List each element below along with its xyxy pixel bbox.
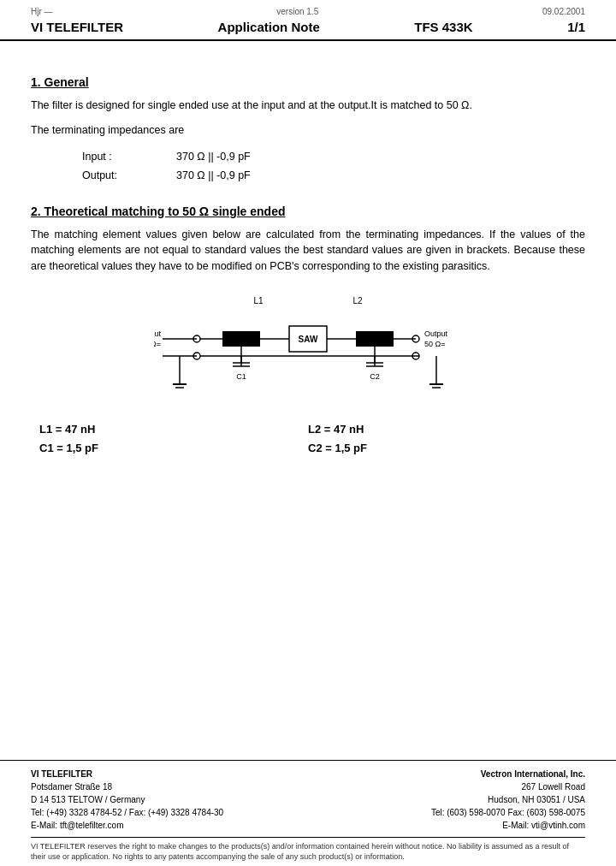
- meta-center: version 1.5: [276, 7, 318, 16]
- section-1-para1: The filter is designed for single ended …: [31, 98, 585, 114]
- section-2-para1: The matching element values given below …: [31, 227, 585, 275]
- meta-right: 09.02.2001: [542, 7, 585, 16]
- svg-text:C1: C1: [236, 372, 246, 381]
- footer-left-company: VI TELEFILTER: [31, 768, 223, 780]
- footer-right-tel: Tel: (603) 598-0070 Fax: (603) 598-0075: [431, 806, 585, 819]
- impedance-input-row: Input : 370 Ω || -0,9 pF: [82, 147, 585, 167]
- input-label: Input :: [82, 147, 142, 167]
- footer-right: Vectron International, Inc. 267 Lowell R…: [431, 768, 585, 832]
- svg-text:Input: Input: [154, 329, 161, 338]
- values-col-left: L1 = 47 nH C1 = 1,5 pF: [39, 420, 308, 458]
- section-2-heading: 2. Theoretical matching to 50 Ω single e…: [31, 205, 585, 218]
- footer-main: VI TELEFILTER Potsdamer Straße 18 D 14 5…: [31, 768, 585, 832]
- section-2: 2. Theoretical matching to 50 Ω single e…: [31, 205, 585, 458]
- footer: VI TELEFILTER Potsdamer Straße 18 D 14 5…: [0, 760, 616, 866]
- header-main: VI TELEFILTER Application Note TFS 433K …: [0, 18, 616, 41]
- footer-left-email: E-Mail: tft@telefilter.com: [31, 819, 223, 832]
- svg-text:Output: Output: [424, 329, 448, 338]
- impedance-table: Input : 370 Ω || -0,9 pF Output: 370 Ω |…: [82, 147, 585, 186]
- label-l1: L1: [253, 296, 264, 305]
- header-meta: Hjr — version 1.5 09.02.2001: [0, 0, 616, 18]
- footer-left-address1: Potsdamer Straße 18: [31, 780, 223, 793]
- footer-disclaimer: VI TELEFILTER reserves the right to make…: [31, 837, 585, 863]
- input-value: 370 Ω || -0,9 pF: [176, 147, 313, 167]
- meta-left: Hjr —: [31, 7, 53, 16]
- document-title: Application Note: [218, 20, 320, 34]
- values-col-right: L2 = 47 nH C2 = 1,5 pF: [308, 420, 577, 458]
- svg-text:50 Ω=: 50 Ω=: [154, 340, 161, 348]
- output-value: 370 Ω || -0,9 pF: [176, 166, 313, 186]
- C1-value-line: C1 = 1,5 pF: [39, 439, 308, 458]
- product-name: TFS 433K: [414, 20, 472, 34]
- footer-left-tel: Tel: (+49) 3328 4784-52 / Fax: (+49) 332…: [31, 806, 223, 819]
- L1-value-line: L1 = 47 nH: [39, 420, 308, 439]
- svg-text:50 Ω=: 50 Ω=: [424, 340, 446, 348]
- label-l2: L2: [352, 296, 363, 305]
- C2-value-line: C2 = 1,5 pF: [308, 439, 577, 458]
- output-label: Output:: [82, 166, 142, 186]
- footer-right-company: Vectron International, Inc.: [431, 768, 585, 780]
- section-1-heading: 1. General: [31, 75, 585, 89]
- circuit-diagram: L1 L2 Input 50 Ω=: [154, 292, 462, 403]
- footer-left: VI TELEFILTER Potsdamer Straße 18 D 14 5…: [31, 768, 223, 832]
- L2-value-line: L2 = 47 nH: [308, 420, 577, 439]
- company-name: VI TELEFILTER: [31, 20, 123, 34]
- page: Hjr — version 1.5 09.02.2001 VI TELEFILT…: [0, 0, 616, 866]
- impedance-output-row: Output: 370 Ω || -0,9 pF: [82, 166, 585, 186]
- footer-right-address1: 267 Lowell Road: [431, 780, 585, 793]
- impedance-intro: The terminating impedances are: [31, 122, 585, 139]
- main-content: 1. General The filter is designed for si…: [0, 41, 616, 458]
- footer-right-email: E-Mail: vti@vtinh.com: [431, 819, 585, 832]
- component-values: L1 = 47 nH C1 = 1,5 pF L2 = 47 nH C2 = 1…: [31, 420, 585, 458]
- section-1: 1. General The filter is designed for si…: [31, 75, 585, 186]
- footer-right-address2: Hudson, NH 03051 / USA: [431, 793, 585, 806]
- svg-text:C2: C2: [370, 372, 380, 381]
- svg-text:SAW: SAW: [299, 335, 318, 344]
- page-number: 1/1: [567, 20, 585, 34]
- circuit-svg: L1 L2 Input 50 Ω=: [154, 292, 462, 403]
- footer-left-address2: D 14 513 TELTOW / Germany: [31, 793, 223, 806]
